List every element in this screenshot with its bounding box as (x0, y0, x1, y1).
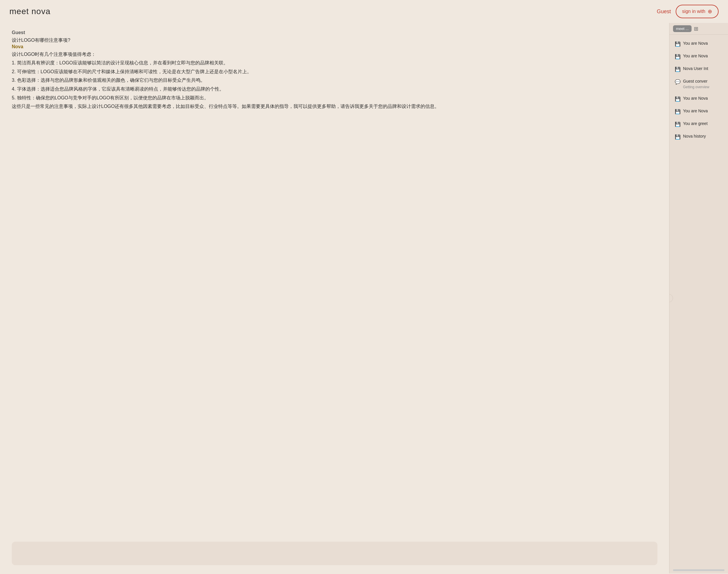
chat-messages: Guest设计LOGO有哪些注意事项?Nova设计LOGO时有几个注意事项值得考… (0, 23, 669, 538)
sidebar-item-icon: 💾 (675, 121, 681, 127)
sidebar: ‹ meet ... ⊞ 💾You are Nova💾You are Nova💾… (669, 23, 728, 573)
sidebar-item[interactable]: 💾You are greet (671, 118, 726, 130)
message-paragraph: 设计LOGO时有几个注意事项值得考虑： (12, 50, 657, 58)
header-right: Guest sign in with ⊕ (657, 5, 719, 18)
sidebar-item-text-wrapper: You are Nova (683, 53, 708, 59)
sidebar-item-text-wrapper: Guest converGetting overview (683, 79, 709, 89)
sidebar-item[interactable]: 💾You are Nova (671, 105, 726, 117)
sidebar-item-label: Guest conver (683, 79, 709, 84)
message-paragraph: 2. 可伸缩性：LOGO应该能够在不同的尺寸和媒体上保持清晰和可读性，无论是在大… (12, 68, 657, 76)
sidebar-item[interactable]: 💾Nova User Int (671, 63, 726, 75)
message-sender: Guest (12, 30, 657, 35)
at-icon: ⊕ (708, 8, 712, 15)
message-paragraph: 这些只是一些常见的注意事项，实际上设计LOGO还有很多其他因素需要考虑，比如目标… (12, 102, 657, 110)
message-paragraph: 5. 独特性：确保您的LOGO与竞争对手的LOGO有所区别，以便使您的品牌在市场… (12, 94, 657, 102)
content-wrapper: Guest设计LOGO有哪些注意事项?Nova设计LOGO时有几个注意事项值得考… (0, 23, 669, 573)
header: meet nova Guest sign in with ⊕ (0, 0, 728, 23)
sidebar-header: meet ... ⊞ (670, 23, 728, 35)
sidebar-item[interactable]: 💾You are Nova (671, 38, 726, 50)
sidebar-scrollbar[interactable] (673, 569, 724, 571)
sidebar-item-label: Nova User Int (683, 66, 708, 72)
sign-in-label: sign in with (682, 9, 705, 14)
sign-in-button[interactable]: sign in with ⊕ (676, 5, 719, 18)
sidebar-item-text-wrapper: You are greet (683, 121, 708, 127)
sidebar-item-icon: 💾 (675, 54, 681, 59)
sidebar-item-sublabel: Getting overview (683, 85, 709, 89)
sidebar-item-text-wrapper: You are Nova (683, 41, 708, 46)
message-paragraph: 1. 简洁而具有辨识度：LOGO应该能够以简洁的设计呈现核心信息，并在看到时立即… (12, 59, 657, 67)
sidebar-item-text-wrapper: You are Nova (683, 95, 708, 101)
sidebar-items: 💾You are Nova💾You are Nova💾Nova User Int… (670, 35, 728, 568)
sidebar-item-label: You are Nova (683, 108, 708, 114)
sidebar-item-icon: 💾 (675, 109, 681, 114)
sidebar-item-icon: 💾 (675, 41, 681, 47)
sidebar-item-label: Nova history (683, 133, 706, 139)
message-sender: Nova (12, 44, 657, 49)
chat-input[interactable] (12, 542, 657, 565)
sidebar-item[interactable]: 💬Guest converGetting overview (671, 76, 726, 92)
sidebar-item-text-wrapper: Nova history (683, 133, 706, 139)
sidebar-item[interactable]: 💾You are Nova (671, 93, 726, 105)
input-area (0, 538, 669, 573)
grid-icon[interactable]: ⊞ (694, 26, 698, 32)
guest-label: Guest (657, 8, 671, 15)
sidebar-item-label: You are greet (683, 121, 708, 127)
sidebar-item-label: You are Nova (683, 53, 708, 59)
message-text: 设计LOGO有哪些注意事项? (12, 36, 657, 44)
sidebar-item-label: You are Nova (683, 95, 708, 101)
main-layout: Guest设计LOGO有哪些注意事项?Nova设计LOGO时有几个注意事项值得考… (0, 23, 728, 573)
message-group: Guest设计LOGO有哪些注意事项? (12, 30, 657, 44)
sidebar-item[interactable]: 💾You are Nova (671, 50, 726, 63)
sidebar-item-icon: 💾 (675, 96, 681, 102)
sidebar-item-icon: 💾 (675, 67, 681, 72)
sidebar-item-text-wrapper: Nova User Int (683, 66, 708, 72)
message-group: Nova设计LOGO时有几个注意事项值得考虑：1. 简洁而具有辨识度：LOGO应… (12, 44, 657, 110)
message-paragraph: 4. 字体选择：选择适合您品牌风格的字体，它应该具有清晰易读的特点，并能够传达您… (12, 85, 657, 93)
sidebar-item[interactable]: 💾Nova history (671, 130, 726, 142)
sidebar-item-icon: 💬 (675, 79, 681, 85)
chevron-left-icon: ‹ (669, 296, 670, 300)
logo: meet nova (9, 7, 51, 16)
sidebar-item-label: You are Nova (683, 41, 708, 46)
sidebar-item-icon: 💾 (675, 134, 681, 140)
message-paragraph: 3. 色彩选择：选择与您的品牌形象和价值观相关的颜色，确保它们与您的目标受众产生… (12, 77, 657, 84)
sidebar-item-text-wrapper: You are Nova (683, 108, 708, 114)
sidebar-tab[interactable]: meet ... (673, 25, 691, 32)
